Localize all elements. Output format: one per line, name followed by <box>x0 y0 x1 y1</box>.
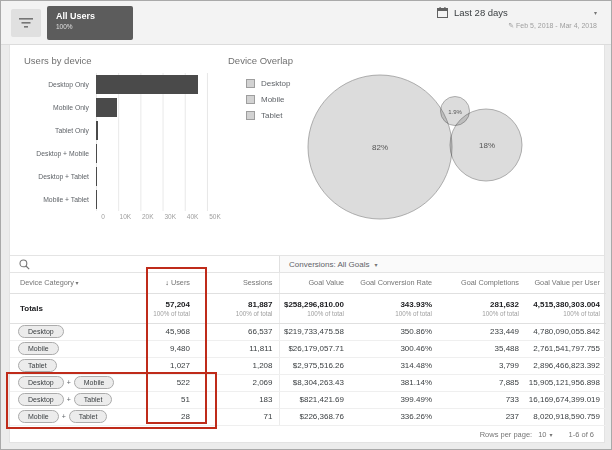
device-chip-mobile[interactable]: Mobile <box>18 410 59 423</box>
data-cell: 4,780,090,055.842 <box>525 323 606 340</box>
table-row[interactable]: Mobile9,48011,811$26,179,057.71300.46%35… <box>10 340 606 357</box>
data-cell: 183 <box>196 391 279 408</box>
date-range-label: Last 28 days <box>454 7 588 18</box>
data-cell: 7,885 <box>438 374 525 391</box>
bar[interactable] <box>96 98 117 117</box>
table-row[interactable]: Desktop45,96866,537$219,733,475.58350.86… <box>10 323 606 340</box>
bar-row: Desktop + Mobile <box>16 142 216 165</box>
ga-cross-device-report: All Users 100% Last 28 days ▾ ✎ Feb 5, 2… <box>0 0 612 450</box>
x-axis-tick: 30K <box>164 213 176 220</box>
bar-chart-rows: Desktop OnlyMobile OnlyTablet OnlyDeskto… <box>16 73 216 211</box>
bar-category-label: Mobile + Tablet <box>16 196 96 203</box>
data-cell: 350.86% <box>350 323 438 340</box>
table-row[interactable]: Desktop+Tablet51183$821,421.69399.49%733… <box>10 391 606 408</box>
data-cell: 300.46% <box>350 340 438 357</box>
bar[interactable] <box>96 144 97 163</box>
plus-sign: + <box>67 396 71 403</box>
device-chip-mobile[interactable]: Mobile <box>18 342 59 355</box>
bar[interactable] <box>96 190 97 209</box>
data-cell: 381.14% <box>350 374 438 391</box>
venn-diagram[interactable]: 82% 18% 1.9% <box>302 63 602 235</box>
col-header-goal-conversion-rate[interactable]: Goal Conversion Rate <box>350 273 438 293</box>
data-cell: 9,480 <box>138 340 196 357</box>
bar-track <box>96 96 208 119</box>
data-cell: $26,179,057.71 <box>279 340 350 357</box>
data-cell: 233,449 <box>438 323 525 340</box>
bar[interactable] <box>96 121 98 140</box>
segment-chip-all-users[interactable]: All Users 100% <box>47 6 133 40</box>
filter-icon <box>19 17 33 29</box>
x-axis-tick: 20K <box>142 213 154 220</box>
data-cell: 16,169,674,399.019 <box>525 391 606 408</box>
data-cell: 8,020,918,590.759 <box>525 408 606 425</box>
data-table-section: Conversions: All Goals ▾ Device Category… <box>10 255 604 444</box>
data-cell: 66,537 <box>196 323 279 340</box>
search-icon[interactable] <box>19 259 30 270</box>
venn-label-mobile: 18% <box>479 141 495 150</box>
data-cell: 336.26% <box>350 408 438 425</box>
segment-topbar: All Users 100% Last 28 days ▾ ✎ Feb 5, 2… <box>1 1 611 45</box>
date-range-dates: ✎ Feb 5, 2018 - Mar 4, 2018 <box>437 22 597 30</box>
bar[interactable] <box>96 167 97 186</box>
table-row[interactable]: Desktop+Mobile5222,069$8,304,263.43381.1… <box>10 374 606 391</box>
totals-cell: 343.93%100% of total <box>350 293 438 323</box>
legend-label: Tablet <box>261 111 282 120</box>
device-chip-desktop[interactable]: Desktop <box>18 393 64 406</box>
col-header-sessions[interactable]: Sessions <box>196 273 279 293</box>
bar-track <box>96 73 208 96</box>
chevron-down-icon: ▾ <box>550 431 553 438</box>
device-chip-tablet[interactable]: Tablet <box>18 359 57 372</box>
edit-icon: ✎ <box>508 22 514 29</box>
data-cell: 35,488 <box>438 340 525 357</box>
table-row[interactable]: Mobile+Tablet2871$226,368.76336.26%2378,… <box>10 408 606 425</box>
bar-track <box>96 142 208 165</box>
legend-item-desktop: Desktop <box>246 79 290 88</box>
conversions-goal-selector[interactable]: Conversions: All Goals ▾ <box>279 256 604 272</box>
bar-chart-x-axis: 010K20K30K40K50K <box>103 211 215 223</box>
col-header-goal-value-per-user[interactable]: Goal Value per User <box>525 273 606 293</box>
date-range-selector[interactable]: Last 28 days ▾ <box>437 7 597 18</box>
device-chip-tablet[interactable]: Tablet <box>69 410 108 423</box>
data-cell: 1,027 <box>138 357 196 374</box>
data-cell: 45,968 <box>138 323 196 340</box>
legend-swatch <box>246 95 255 104</box>
plus-sign: + <box>62 413 66 420</box>
data-cell: $2,975,516.26 <box>279 357 350 374</box>
chevron-down-icon: ▾ <box>74 280 79 286</box>
bar-row: Mobile + Tablet <box>16 188 216 211</box>
data-cell: 314.48% <box>350 357 438 374</box>
device-chip-mobile[interactable]: Mobile <box>74 376 115 389</box>
device-chip-tablet[interactable]: Tablet <box>74 393 113 406</box>
legend-label: Desktop <box>261 79 290 88</box>
add-segment-button[interactable] <box>11 9 41 37</box>
segment-label: All Users <box>56 11 124 21</box>
col-header-users[interactable]: ↓ Users <box>138 273 196 293</box>
bar-track <box>96 119 208 142</box>
chevron-down-icon: ▾ <box>374 261 377 268</box>
data-cell: 399.49% <box>350 391 438 408</box>
data-cell: $8,304,263.43 <box>279 374 350 391</box>
col-header-goal-completions[interactable]: Goal Completions <box>438 273 525 293</box>
device-chip-desktop[interactable]: Desktop <box>18 376 64 389</box>
report-card: Users by device Desktop OnlyMobile OnlyT… <box>9 45 605 443</box>
table-row[interactable]: Tablet1,0271,208$2,975,516.26314.48%3,79… <box>10 357 606 374</box>
device-category-table: Device Category ▾↓ UsersSessionsGoal Val… <box>10 273 606 426</box>
bar-row: Desktop + Tablet <box>16 165 216 188</box>
bar[interactable] <box>96 75 198 94</box>
x-axis-tick: 40K <box>187 213 199 220</box>
bar-track <box>96 165 208 188</box>
plus-sign: + <box>67 379 71 386</box>
data-cell: 71 <box>196 408 279 425</box>
rows-per-page-select[interactable]: 10 ▾ <box>538 430 552 439</box>
table-header-row: Device Category ▾↓ UsersSessionsGoal Val… <box>10 273 606 293</box>
data-cell: $821,421.69 <box>279 391 350 408</box>
data-cell: 51 <box>138 391 196 408</box>
table-toolbar: Conversions: All Goals ▾ <box>10 256 604 273</box>
device-chip-desktop[interactable]: Desktop <box>18 325 64 338</box>
bar-category-label: Desktop + Tablet <box>16 173 96 180</box>
data-cell: 11,811 <box>196 340 279 357</box>
col-header-goal-value[interactable]: Goal Value <box>279 273 350 293</box>
col-header-device-category[interactable]: Device Category ▾ <box>10 273 138 293</box>
data-cell: 2,896,466,823.392 <box>525 357 606 374</box>
totals-cell: 281,632100% of total <box>438 293 525 323</box>
